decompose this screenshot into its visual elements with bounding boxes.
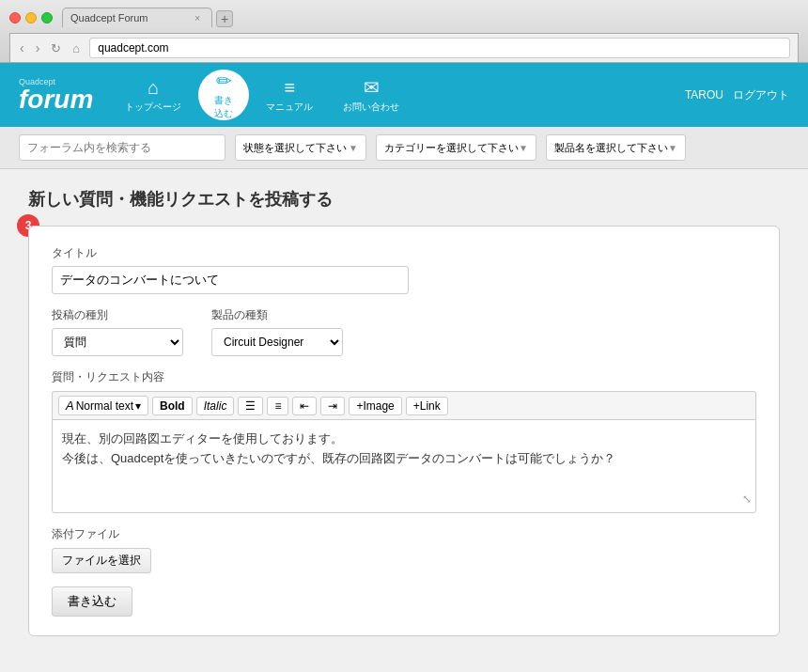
nav-item-home[interactable]: ⌂ トップページ [112, 70, 194, 121]
post-type-label: 投稿の種別 [52, 307, 183, 323]
site-header: Quadcept forum ⌂ トップページ ✏ 書き込む ≡ マニュアル ✉… [0, 63, 808, 127]
category-dropdown[interactable]: カテゴリーを選択して下さい ▼ [376, 134, 536, 161]
home-icon: ⌂ [148, 77, 159, 99]
logo-forum-text: forum [19, 85, 93, 114]
text-format-label: Normal text [76, 399, 133, 413]
search-input[interactable] [19, 134, 225, 161]
italic-button[interactable]: Italic [196, 397, 235, 415]
title-input[interactable] [52, 266, 409, 294]
back-button[interactable]: ‹ [18, 40, 26, 55]
editor-content-line1: 現在、別の回路図エディターを使用しております。 [62, 430, 746, 449]
indent-right-icon: ⇥ [328, 399, 337, 413]
product-dropdown-label: 製品名を選択して下さい [554, 141, 668, 155]
editor-content-line2: 今後は、Quadceptを使っていきたいのですが、既存の回路図データのコンバート… [62, 449, 746, 469]
nav-label-home: トップページ [125, 101, 181, 114]
file-select-button[interactable]: ファイルを選択 [52, 548, 151, 573]
logo-area: Quadcept forum [19, 78, 93, 113]
text-format-button[interactable]: A Normal text ▾ [58, 396, 148, 415]
logo-quadcept-text: Quadcept [19, 78, 93, 86]
unordered-list-icon: ☰ [245, 399, 256, 413]
ordered-list-button[interactable]: ≡ [267, 397, 288, 415]
forward-button[interactable]: › [34, 40, 42, 55]
product-col: 製品の種類 Circuit Designer PCB Designer [211, 307, 343, 356]
logout-button[interactable]: ログアウト [733, 87, 789, 103]
nav-item-manual[interactable]: ≡ マニュアル [253, 70, 326, 121]
maximize-window-button[interactable] [41, 12, 53, 23]
home-button[interactable]: ⌂ [70, 41, 82, 55]
form-container: タイトル 投稿の種別 質問 機能リクエスト 製品の種類 [28, 226, 780, 636]
tab-bar: Quadcept Forum × + [62, 8, 233, 27]
new-tab-button[interactable]: + [216, 10, 233, 27]
content-label: 質問・リクエスト内容 [52, 369, 756, 385]
text-format-icon: A [66, 399, 74, 413]
category-dropdown-arrow: ▼ [519, 143, 528, 153]
editor-toolbar: A Normal text ▾ Bold Italic ☰ ≡ [52, 391, 756, 419]
nav-label-write: 書き込む [211, 94, 236, 120]
category-dropdown-label: カテゴリーを選択して下さい [384, 141, 519, 155]
tab-title: Quadcept Forum [70, 12, 148, 23]
ordered-list-icon: ≡ [274, 399, 281, 413]
post-type-col: 投稿の種別 質問 機能リクエスト [52, 307, 183, 356]
traffic-lights [9, 12, 53, 23]
product-dropdown[interactable]: 製品名を選択して下さい ▼ [546, 134, 686, 161]
search-bar: 状態を選択して下さい ▼ カテゴリーを選択して下さい ▼ 製品名を選択して下さい… [0, 127, 808, 169]
editor-section: 質問・リクエスト内容 A Normal text ▾ Bold Italic ☰ [52, 369, 756, 513]
close-window-button[interactable] [9, 12, 21, 23]
minimize-window-button[interactable] [25, 12, 37, 23]
nav-label-manual: マニュアル [266, 101, 313, 114]
title-group: タイトル [52, 245, 756, 294]
editor-area[interactable]: 現在、別の回路図エディターを使用しております。 今後は、Quadceptを使って… [52, 419, 756, 513]
nav-item-contact[interactable]: ✉ お問い合わせ [330, 69, 412, 121]
status-dropdown[interactable]: 状態を選択して下さい ▼ [235, 134, 366, 161]
address-input[interactable] [89, 38, 790, 58]
attachment-section: 添付ファイル ファイルを選択 [52, 526, 756, 573]
contact-icon: ✉ [364, 76, 380, 99]
main-content: 新しい質問・機能リクエストを投稿する 3 タイトル 投稿の種別 質問 機能リクエ… [0, 169, 808, 655]
refresh-button[interactable]: ↻ [49, 41, 63, 55]
resize-handle[interactable]: ⤡ [742, 491, 752, 508]
product-label: 製品の種類 [211, 307, 343, 323]
nav-label-contact: お問い合わせ [343, 101, 399, 114]
address-bar: ‹ › ↻ ⌂ [9, 33, 799, 62]
status-dropdown-label: 状態を選択して下さい [243, 141, 347, 155]
nav-item-write[interactable]: ✏ 書き込む [198, 70, 249, 120]
attachment-label: 添付ファイル [52, 526, 756, 542]
indent-right-button[interactable]: ⇥ [320, 397, 345, 415]
header-user: TAROU ログアウト [685, 87, 789, 103]
title-label: タイトル [52, 245, 756, 261]
image-button[interactable]: +Image [349, 397, 401, 415]
status-dropdown-arrow: ▼ [349, 143, 358, 153]
link-button[interactable]: +Link [406, 397, 448, 415]
write-icon: ✏ [216, 70, 232, 92]
post-type-select[interactable]: 質問 機能リクエスト [52, 328, 183, 356]
tab-close-button[interactable]: × [194, 13, 200, 23]
main-nav: ⌂ トップページ ✏ 書き込む ≡ マニュアル ✉ お問い合わせ [112, 69, 685, 121]
text-format-arrow: ▾ [135, 399, 141, 413]
indent-left-icon: ⇤ [300, 399, 309, 413]
manual-icon: ≡ [284, 77, 295, 99]
unordered-list-button[interactable]: ☰ [238, 397, 263, 415]
product-select[interactable]: Circuit Designer PCB Designer [211, 328, 343, 356]
form-wrapper: 3 タイトル 投稿の種別 質問 機能リクエスト [28, 226, 780, 636]
form-row-type-product: 投稿の種別 質問 機能リクエスト 製品の種類 Circuit Designer … [52, 307, 756, 356]
product-dropdown-arrow: ▼ [668, 143, 677, 153]
page-title: 新しい質問・機能リクエストを投稿する [28, 188, 780, 211]
titlebar: Quadcept Forum × + [9, 8, 799, 27]
submit-button[interactable]: 書き込む [52, 586, 132, 617]
username-text: TAROU [685, 88, 723, 102]
browser-chrome: Quadcept Forum × + ‹ › ↻ ⌂ [0, 0, 808, 63]
indent-left-button[interactable]: ⇤ [292, 397, 317, 415]
site-wrapper: Quadcept forum ⌂ トップページ ✏ 書き込む ≡ マニュアル ✉… [0, 63, 808, 672]
browser-tab[interactable]: Quadcept Forum × [62, 8, 212, 27]
bold-button[interactable]: Bold [152, 397, 193, 415]
